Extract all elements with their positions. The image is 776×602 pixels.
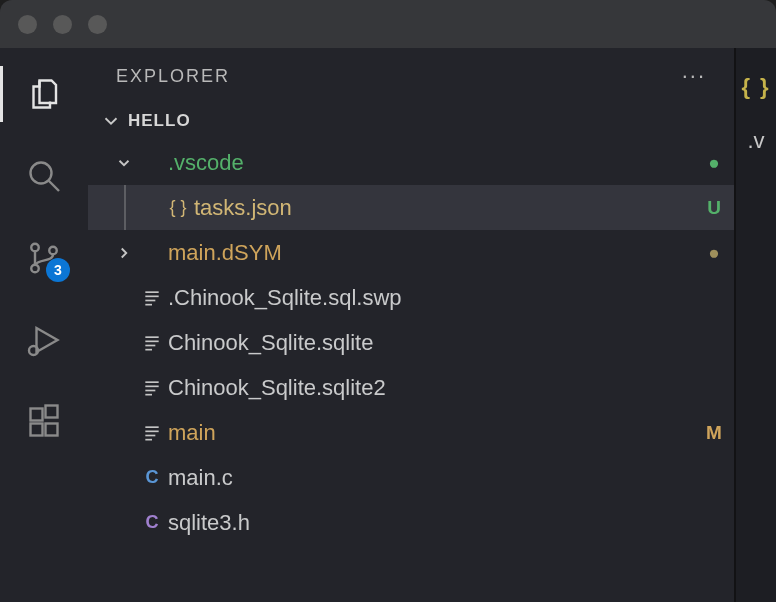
file-row[interactable]: Chinook_Sqlite.sqlite <box>88 320 734 365</box>
item-label: tasks.json <box>194 195 694 221</box>
activity-search[interactable] <box>24 156 64 196</box>
file-icon <box>136 378 168 398</box>
sidebar-title-text: EXPLORER <box>116 66 230 87</box>
file-icon <box>136 288 168 308</box>
folder-row[interactable]: .vscode● <box>88 140 734 185</box>
activity-explorer[interactable] <box>24 74 64 114</box>
chevron-down-icon <box>112 154 136 172</box>
editor-tab-hint: .v <box>747 128 764 154</box>
file-row[interactable]: mainM <box>88 410 734 455</box>
file-row[interactable]: Csqlite3.h <box>88 500 734 545</box>
file-row[interactable]: .Chinook_Sqlite.sql.swp <box>88 275 734 320</box>
sidebar-more-actions[interactable]: ··· <box>682 63 706 89</box>
json-icon: { } <box>741 74 770 100</box>
search-icon <box>26 158 62 194</box>
file-icon: C <box>136 512 168 533</box>
file-icon <box>136 423 168 443</box>
item-label: sqlite3.h <box>168 510 694 536</box>
extensions-icon <box>26 404 62 440</box>
svg-rect-8 <box>46 424 58 436</box>
item-label: main <box>168 420 694 446</box>
activity-run-debug[interactable] <box>24 320 64 360</box>
window-titlebar <box>0 0 776 48</box>
sidebar-title: EXPLORER ··· <box>88 48 734 104</box>
git-decoration: M <box>694 422 734 444</box>
sidebar-explorer: EXPLORER ··· HELLO .vscode●{ }tasks.json… <box>88 48 736 602</box>
traffic-light-close[interactable] <box>18 15 37 34</box>
traffic-light-minimize[interactable] <box>53 15 72 34</box>
file-tree: .vscode●{ }tasks.jsonUmain.dSYM●.Chinook… <box>88 138 734 553</box>
item-label: main.dSYM <box>168 240 694 266</box>
files-icon <box>26 76 62 112</box>
scm-badge: 3 <box>46 258 70 282</box>
file-row[interactable]: Cmain.c <box>88 455 734 500</box>
item-label: .vscode <box>168 150 694 176</box>
main-area: 3 EXPLORER ··· HELLO .vscode●{ }tasks.js… <box>0 48 776 602</box>
git-decoration: ● <box>694 152 734 174</box>
item-label: Chinook_Sqlite.sqlite2 <box>168 375 694 401</box>
svg-line-1 <box>49 181 60 192</box>
chevron-right-icon <box>112 244 136 262</box>
file-icon <box>136 333 168 353</box>
item-label: .Chinook_Sqlite.sql.swp <box>168 285 694 311</box>
svg-point-0 <box>31 163 52 184</box>
traffic-light-zoom[interactable] <box>88 15 107 34</box>
git-decoration: U <box>694 197 734 219</box>
item-label: main.c <box>168 465 694 491</box>
folder-name: HELLO <box>128 111 191 131</box>
activity-extensions[interactable] <box>24 402 64 442</box>
svg-point-2 <box>31 244 39 252</box>
play-bug-icon <box>26 322 62 358</box>
editor-tab[interactable]: { } .v <box>741 74 770 154</box>
folder-section-header[interactable]: HELLO <box>88 104 734 138</box>
file-icon: { } <box>162 197 194 218</box>
file-icon: C <box>136 467 168 488</box>
editor-area: { } .v <box>736 48 776 602</box>
file-row[interactable]: Chinook_Sqlite.sqlite2 <box>88 365 734 410</box>
svg-point-3 <box>31 265 39 273</box>
activity-bar: 3 <box>0 48 88 602</box>
chevron-down-icon <box>100 110 122 132</box>
file-row[interactable]: { }tasks.jsonU <box>88 185 734 230</box>
svg-rect-9 <box>46 406 58 418</box>
svg-point-4 <box>49 247 57 255</box>
folder-row[interactable]: main.dSYM● <box>88 230 734 275</box>
svg-rect-6 <box>31 409 43 421</box>
git-decoration: ● <box>694 242 734 264</box>
svg-rect-7 <box>31 424 43 436</box>
activity-source-control[interactable]: 3 <box>24 238 64 278</box>
item-label: Chinook_Sqlite.sqlite <box>168 330 694 356</box>
